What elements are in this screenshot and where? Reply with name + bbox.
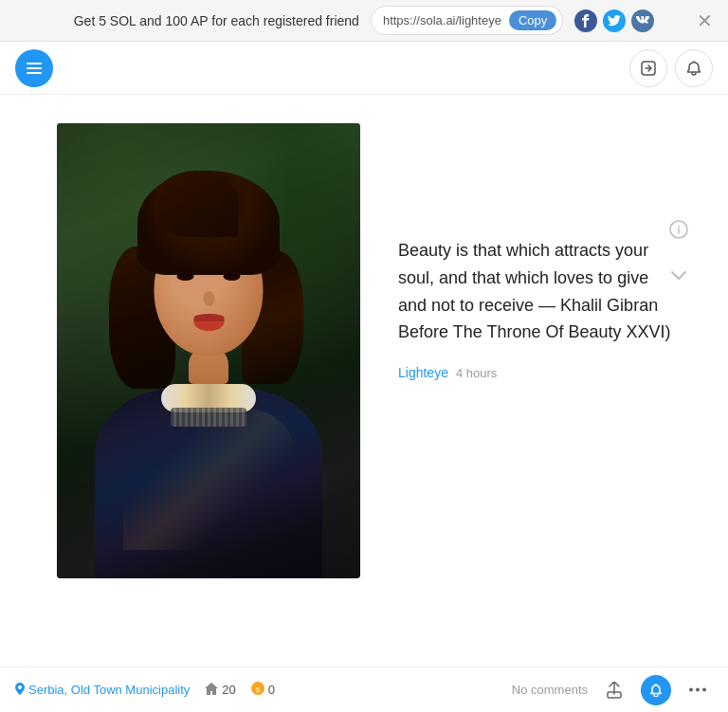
post-author[interactable]: Lighteye: [398, 365, 448, 380]
banner-close-button[interactable]: ✕: [697, 11, 713, 30]
notification-button[interactable]: [675, 49, 713, 87]
coin-icon: $: [251, 682, 264, 698]
vk-icon[interactable]: [631, 9, 654, 32]
svg-point-9: [696, 688, 700, 692]
post-content-area: Beauty is that which attracts your soul,…: [398, 123, 671, 380]
info-icon[interactable]: [667, 218, 690, 241]
post-text: Beauty is that which attracts your soul,…: [398, 237, 671, 346]
svg-rect-2: [27, 72, 42, 74]
stat1-value: 20: [222, 683, 235, 697]
stat-house: 20: [205, 683, 235, 698]
stat-coin: $ 0: [251, 682, 275, 698]
svg-rect-0: [27, 63, 42, 64]
portrait-background: [57, 123, 360, 578]
menu-button[interactable]: [15, 49, 53, 87]
banner-text: Get 5 SOL and 100 AP for each registered…: [74, 13, 359, 28]
referral-banner: Get 5 SOL and 100 AP for each registered…: [0, 0, 728, 42]
side-actions: [667, 218, 690, 286]
svg-point-10: [702, 688, 706, 692]
post-meta: Lighteye 4 hours: [398, 365, 671, 380]
svg-rect-1: [27, 67, 42, 69]
twitter-icon[interactable]: [603, 9, 626, 32]
share-button[interactable]: [629, 49, 667, 87]
header: [0, 42, 728, 95]
url-container: https://sola.ai/lighteye Copy: [371, 6, 563, 35]
header-left: [15, 49, 53, 87]
svg-point-8: [689, 688, 693, 692]
stat2-value: 0: [268, 683, 275, 697]
location-item[interactable]: Serbia, Old Town Municipality: [15, 683, 190, 698]
more-actions-button[interactable]: [682, 675, 713, 705]
header-right: [629, 49, 713, 87]
referral-url: https://sola.ai/lighteye: [383, 13, 501, 27]
post-time: 4 hours: [456, 366, 497, 380]
location-text: Serbia, Old Town Municipality: [28, 683, 190, 697]
svg-text:$: $: [256, 685, 261, 694]
main-content: Beauty is that which attracts your soul,…: [0, 95, 728, 607]
no-comments-label[interactable]: No comments: [512, 683, 588, 697]
house-icon: [205, 683, 218, 698]
post-image: [57, 123, 360, 578]
copy-button[interactable]: Copy: [509, 10, 556, 30]
social-icons: [574, 9, 654, 32]
share-action-button[interactable]: [599, 675, 629, 705]
chevron-down-icon[interactable]: [667, 264, 690, 286]
bottom-left: Serbia, Old Town Municipality 20 $ 0: [15, 682, 275, 698]
bottom-bar: Serbia, Old Town Municipality 20 $ 0 No …: [0, 666, 728, 712]
bottom-right: No comments: [512, 675, 713, 705]
notify-action-button[interactable]: [641, 675, 671, 705]
facebook-icon[interactable]: [574, 9, 597, 32]
location-pin-icon: [15, 683, 25, 698]
